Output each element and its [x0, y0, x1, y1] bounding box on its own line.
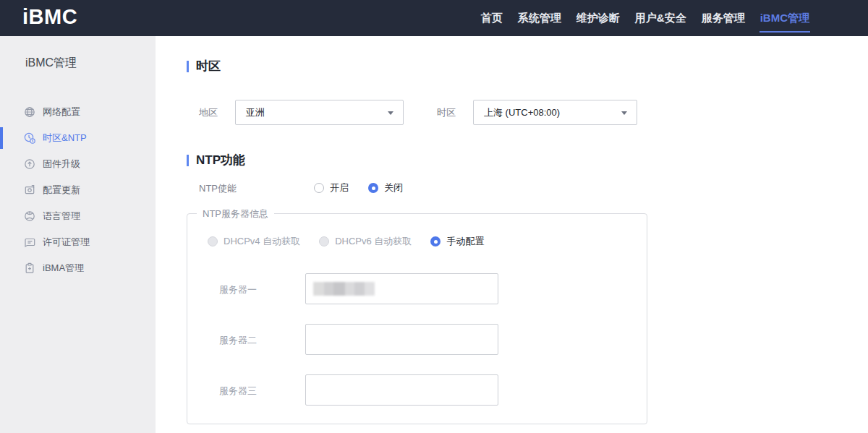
brand-logo: iBMC: [22, 5, 77, 29]
radio-button-disabled-icon: [208, 236, 218, 246]
sidebar-item-label: iBMA管理: [43, 262, 84, 275]
server-two-input[interactable]: [305, 324, 498, 355]
fieldset-legend: NTP服务器信息: [197, 207, 274, 220]
sidebar-item-label: 时区&NTP: [43, 132, 87, 145]
clipboard-icon: [24, 262, 35, 274]
region-label: 地区: [199, 100, 218, 125]
radio-button-selected-icon[interactable]: [368, 183, 378, 193]
radio-button-selected-icon[interactable]: [430, 236, 441, 246]
sidebar-title: iBMC管理: [25, 56, 156, 71]
ntp-server-fieldset: NTP服务器信息 DHCPv4 自动获取 DHCPv6 自动获取 手动配置 服务…: [187, 213, 647, 424]
timezone-select-value: 上海 (UTC+08:00): [484, 106, 560, 119]
radio-dhcpv6-auto: DHCPv6 自动获取: [319, 235, 412, 248]
ntp-enable-radio-group: 开启 关闭: [314, 181, 403, 194]
sidebar-item-label: 网络配置: [43, 106, 80, 119]
radio-button-disabled-icon: [319, 236, 329, 246]
region-select[interactable]: 亚洲: [235, 100, 404, 125]
config-update-icon: [24, 184, 35, 196]
sidebar-item-label: 许可证管理: [43, 236, 90, 249]
chevron-down-icon: [388, 111, 393, 115]
title-accent-bar: [187, 155, 189, 166]
radio-dhcpv4-auto: DHCPv4 自动获取: [208, 235, 300, 248]
radio-ntp-off[interactable]: 关闭: [368, 181, 403, 194]
nav-item-home[interactable]: 首页: [480, 0, 503, 36]
topbar: iBMC 首页 系统管理 维护诊断 用户&安全 服务管理 iBMC管理: [0, 0, 868, 36]
server-three-input[interactable]: [305, 374, 498, 406]
ntp-enable-label: NTP使能: [199, 182, 237, 195]
region-select-value: 亚洲: [246, 106, 265, 119]
language-icon: [24, 210, 35, 222]
license-icon: [24, 236, 35, 248]
sidebar-item-label: 语言管理: [43, 210, 80, 223]
sidebar-item-label: 配置更新: [43, 184, 80, 197]
sidebar-item-ibma-management[interactable]: iBMA管理: [0, 255, 156, 281]
timezone-select[interactable]: 上海 (UTC+08:00): [473, 100, 637, 125]
sidebar-item-firmware-upgrade[interactable]: 固件升级: [0, 151, 156, 177]
radio-button-icon[interactable]: [314, 183, 324, 193]
nav-item-system-management[interactable]: 系统管理: [517, 0, 562, 36]
server-two-label: 服务器二: [219, 334, 257, 347]
server-one-label: 服务器一: [219, 283, 257, 296]
sidebar-item-network-config[interactable]: 网络配置: [0, 99, 156, 125]
radio-ntp-on[interactable]: 开启: [314, 181, 349, 194]
nav-item-service-management[interactable]: 服务管理: [701, 0, 746, 36]
sidebar-item-timezone-ntp[interactable]: 时区&NTP: [0, 125, 156, 151]
sidebar-item-license-management[interactable]: 许可证管理: [0, 229, 156, 255]
server-three-label: 服务器三: [219, 385, 257, 398]
radio-manual-config[interactable]: 手动配置: [430, 235, 484, 248]
timezone-section-title: 时区: [187, 58, 221, 74]
nav-item-user-security[interactable]: 用户&安全: [634, 0, 687, 36]
clock-icon: [24, 132, 35, 144]
timezone-label: 时区: [437, 100, 456, 125]
network-icon: [24, 106, 35, 118]
main-content: 时区 地区 亚洲 时区 上海 (UTC+08:00) NTP功能 NTP使能 开…: [156, 36, 868, 433]
ntp-section-title: NTP功能: [187, 152, 245, 168]
title-accent-bar: [187, 61, 189, 72]
sidebar-item-label: 固件升级: [43, 158, 80, 171]
upgrade-icon: [24, 158, 35, 170]
chevron-down-icon: [621, 111, 627, 115]
sidebar-menu: 网络配置 时区&NTP 固件升级: [0, 99, 156, 281]
sidebar-item-language-management[interactable]: 语言管理: [0, 203, 156, 229]
masked-value: [313, 282, 375, 296]
top-navigation: 首页 系统管理 维护诊断 用户&安全 服务管理 iBMC管理: [480, 0, 810, 36]
nav-item-ibmc-management[interactable]: iBMC管理: [760, 0, 810, 36]
nav-item-maintenance-diagnosis[interactable]: 维护诊断: [576, 0, 621, 36]
sidebar-item-config-update[interactable]: 配置更新: [0, 177, 156, 203]
sidebar: iBMC管理 网络配置 时区&NTP: [0, 36, 156, 433]
ntp-server-mode-radio-group: DHCPv4 自动获取 DHCPv6 自动获取 手动配置: [208, 235, 484, 248]
